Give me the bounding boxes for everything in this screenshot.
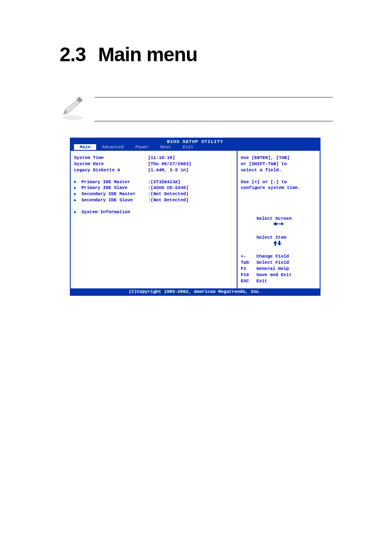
arrows-up-down-icon	[241, 235, 256, 254]
bios-title: BIOS SETUP UTILITY	[71, 138, 320, 144]
pencil-note-icon	[60, 95, 85, 121]
field-label: System Time	[74, 155, 148, 161]
tab-exit[interactable]: Exit	[177, 144, 199, 150]
keymap-key-label: F1	[241, 266, 256, 272]
triangle-right-icon: ▶	[74, 191, 81, 197]
bios-tab-bar: Main Advanced Power Boot Exit	[71, 144, 320, 151]
keymap-key-label: +-	[241, 253, 256, 260]
keymap-row: Select Item	[241, 235, 316, 254]
submenu-value: :[Not Detected]	[148, 197, 233, 203]
field-value: [Thu 05/27/2003]	[148, 161, 233, 167]
note-divider	[95, 97, 333, 122]
submenu-primary-ide-slave[interactable]: ▶ Primary IDE Slave :[ASUS CD-S340]	[74, 185, 233, 191]
bios-main-panel: System Time [11:10:19] System Date [Thu …	[71, 151, 238, 288]
tab-advanced[interactable]: Advanced	[96, 144, 129, 150]
keymap-key-label: ESC	[241, 278, 256, 284]
keymap-key-label: Tab	[241, 260, 256, 266]
submenu-label: Primary IDE Master	[81, 179, 148, 185]
help-text-line: select a field.	[241, 167, 316, 173]
section-header: 2.3Main menu	[60, 43, 197, 66]
arrows-left-right-icon	[241, 216, 256, 235]
keymap-row: F10 Save and Exit	[241, 272, 316, 278]
keymap-action: Select Item	[256, 235, 286, 254]
keymap-key-label: F10	[241, 272, 256, 278]
tab-power[interactable]: Power	[129, 144, 154, 150]
triangle-right-icon: ▶	[74, 185, 81, 191]
keymap-row: Tab Select Field	[241, 260, 316, 266]
submenu-value: :[ASUS CD-S340]	[148, 185, 233, 191]
keymap-action
          : Select Screen	[256, 216, 292, 235]
submenu-value: :[Not Detected]	[148, 191, 233, 197]
bios-help-panel: Use [ENTER], [TAB] or [SHIFT-TAB] to sel…	[238, 151, 320, 288]
field-system-time[interactable]: System Time [11:10:19]	[74, 155, 233, 161]
triangle-right-icon: ▶	[74, 210, 81, 215]
field-label: System Date	[74, 161, 148, 167]
submenu-label: Secondary IDE Slave	[81, 197, 148, 203]
help-text-line: or [SHIFT-TAB] to	[241, 161, 316, 167]
keymap-action: Save and Exit	[256, 272, 292, 278]
bios-keymap: Select Screen Select Item +- Change Fiel…	[241, 216, 316, 284]
field-label: Legacy Diskette A	[74, 167, 148, 173]
tab-main[interactable]: Main	[74, 144, 96, 150]
help-text-line: Use [ENTER], [TAB]	[241, 155, 316, 161]
help-text-line: Use [+] or [-] to	[241, 179, 316, 185]
svg-point-0	[62, 115, 83, 120]
submenu-label: System Information	[81, 209, 155, 215]
submenu-secondary-ide-slave[interactable]: ▶ Secondary IDE Slave :[Not Detected]	[74, 197, 233, 203]
field-legacy-diskette-a[interactable]: Legacy Diskette A [1.44M, 3.5 in]	[74, 167, 233, 173]
submenu-value: :[ST320413A]	[148, 179, 233, 185]
keymap-action: Exit	[256, 278, 267, 284]
submenu-label: Primary IDE Slave	[81, 185, 148, 191]
section-number: 2.3	[60, 44, 86, 65]
field-system-date[interactable]: System Date [Thu 05/27/2003]	[74, 161, 233, 167]
keymap-action: Change Field	[256, 253, 289, 260]
keymap-action: General Help	[256, 266, 289, 272]
keymap-action: Select Field	[256, 260, 289, 266]
keymap-row: ESC Exit	[241, 278, 316, 284]
triangle-right-icon: ▶	[74, 179, 81, 185]
field-value: [1.44M, 3.5 in]	[148, 167, 233, 173]
bios-body: System Time [11:10:19] System Date [Thu …	[71, 151, 320, 288]
tab-boot[interactable]: Boot	[154, 144, 177, 150]
submenu-label: Secondary IDE Master	[81, 191, 148, 197]
submenu-primary-ide-master[interactable]: ▶ Primary IDE Master :[ST320413A]	[74, 179, 233, 185]
field-value: [11:10:19]	[148, 155, 233, 161]
keymap-row: Select Screen	[241, 216, 316, 235]
bios-setup-window: BIOS SETUP UTILITY Main Advanced Power B…	[70, 138, 321, 296]
section-title-text: Main menu	[98, 44, 198, 65]
bios-copyright-footer: (C)Copyright 1985-2002, American Megatre…	[71, 288, 320, 295]
triangle-right-icon: ▶	[74, 198, 81, 203]
submenu-system-information[interactable]: ▶ System Information	[74, 209, 233, 215]
keymap-row: +- Change Field	[241, 253, 316, 260]
help-text-line: configure system time.	[241, 185, 316, 191]
submenu-secondary-ide-master[interactable]: ▶ Secondary IDE Master :[Not Detected]	[74, 191, 233, 197]
keymap-row: F1 General Help	[241, 266, 316, 272]
